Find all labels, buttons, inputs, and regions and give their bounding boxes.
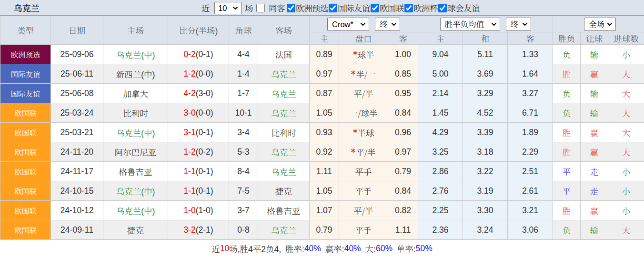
eu-stage-select[interactable]: 终	[506, 19, 531, 30]
period-select[interactable]: 全场	[584, 19, 615, 30]
ah-home-odds: 0.79	[310, 220, 339, 240]
bookmaker-select-wrap: Crow*	[327, 18, 369, 31]
away-team[interactable]: 乌克兰	[258, 84, 310, 103]
subcol-eu-away: 客	[508, 32, 553, 45]
match-score: 4-2(3-0)	[168, 84, 229, 103]
eu-home-odds: 2.14	[418, 84, 463, 103]
match-score: 1-2(0-0)	[168, 64, 229, 84]
home-team[interactable]: 新西兰(中)	[103, 64, 168, 84]
result-outcome: 胜	[553, 201, 581, 220]
competition-checkbox[interactable]	[371, 4, 379, 12]
competition-checkbox[interactable]	[287, 4, 295, 12]
ah-away-odds: 0.84	[388, 103, 418, 123]
same-venue-checkbox[interactable]	[256, 4, 265, 12]
match-row: 欧国联 24-10-15 乌克兰(中) 1-1(0-1) 7-5 捷克 1.05…	[0, 181, 644, 201]
halftime-score: (0-1)	[196, 128, 213, 137]
result-goals: 小	[608, 45, 644, 64]
home-team[interactable]: 格鲁吉亚	[103, 162, 168, 181]
ah-section-header: Crow* 终	[310, 16, 418, 32]
ah-away-odds: 1.00	[388, 45, 418, 64]
bookmaker-select[interactable]: Crow*	[328, 19, 369, 30]
eu-home-odds: 2.76	[418, 181, 463, 201]
eu-draw-odds: 3.30	[463, 201, 508, 220]
competition-badge: 欧国联	[0, 162, 51, 181]
corner-count: 3-7	[229, 201, 258, 220]
match-date: 25-06-11	[51, 64, 103, 84]
competition-checkbox[interactable]	[329, 4, 337, 12]
result-outcome: 平	[553, 181, 581, 201]
home-team[interactable]: 加拿大	[103, 84, 168, 103]
ah-home-odds: 1.05	[310, 181, 339, 201]
competition-checkbox[interactable]	[404, 4, 413, 12]
match-row: 欧国联 25-03-24 比利时 3-0(0-0) 10-1 乌克兰 1.05 …	[0, 103, 644, 123]
away-team[interactable]: 乌克兰	[258, 220, 310, 240]
home-team[interactable]: 乌克兰(中)	[103, 123, 168, 142]
away-team[interactable]: 格鲁吉亚	[258, 201, 310, 220]
halftime-score: (0-0)	[196, 108, 213, 118]
result-goals: 大	[608, 103, 644, 123]
away-team[interactable]: 乌克兰	[258, 64, 310, 84]
home-team[interactable]: 比利时	[103, 103, 168, 123]
corner-count: 1-4	[229, 64, 258, 84]
match-score: 1-0(1-0)	[168, 201, 229, 220]
subcol-eu-draw: 和	[463, 32, 508, 45]
halftime-score: (1-0)	[196, 206, 213, 215]
home-team[interactable]: 乌克兰(中)	[103, 45, 168, 64]
europe-select-wrap: 胜平负均值	[440, 18, 500, 31]
ah-line: 球半	[339, 45, 388, 64]
eu-away-odds: 2.61	[508, 181, 553, 201]
recent-count-select-wrap: 10	[214, 2, 242, 14]
competition-badge: 欧洲预选	[0, 45, 51, 64]
eu-draw-odds: 3.19	[463, 181, 508, 201]
match-date: 24-09-11	[51, 220, 103, 240]
away-team[interactable]: 捷克	[258, 181, 310, 201]
col-header-score: 比分(半场)	[168, 16, 229, 45]
col-header-date: 日期	[51, 16, 103, 45]
eu-home-odds: 3.25	[418, 142, 463, 162]
result-handicap: 走	[581, 162, 608, 181]
home-team[interactable]: 阿尔巴尼亚	[103, 142, 168, 162]
competition-checkbox[interactable]	[438, 4, 447, 12]
summary-segment: 近	[211, 243, 220, 255]
eu-stage-select-wrap: 终	[506, 18, 531, 31]
ah-stage-select[interactable]: 终	[375, 19, 400, 30]
halftime-score: (0-1)	[196, 49, 213, 59]
eu-draw-odds: 4.52	[463, 103, 508, 123]
col-header-corner: 角球	[229, 16, 258, 45]
competition-badge: 国际友谊	[0, 84, 51, 103]
result-handicap: 输	[581, 220, 608, 240]
eu-home-odds: 2.25	[418, 201, 463, 220]
home-team[interactable]: 乌克兰(中)	[103, 181, 168, 201]
competition-checkbox-label: 欧国联	[380, 2, 404, 14]
match-row: 欧国联 25-03-21 乌克兰(中) 3-1(0-1) 3-4 比利时 0.9…	[0, 123, 644, 142]
recent-count-select[interactable]: 10	[215, 2, 241, 14]
ah-line-text: 半球	[358, 127, 374, 138]
result-goals: 大	[608, 142, 644, 162]
match-row: 欧国联 24-11-17 格鲁吉亚 1-1(0-1) 8-4 乌克兰 1.11 …	[0, 162, 644, 181]
col-header-type: 类型	[0, 16, 51, 45]
competition-checkbox-label: 国际友谊	[338, 2, 370, 14]
result-goals: 大	[608, 220, 644, 240]
away-team[interactable]: 乌克兰	[258, 142, 310, 162]
europe-select[interactable]: 胜平负均值	[441, 19, 500, 30]
summary-segment: 场,胜4平2负4, 胜率:	[229, 243, 304, 255]
ah-home-odds: 0.89	[310, 45, 339, 64]
summary-footer: 近10场,胜4平2负4, 胜率:40% 赢率:40% 大:60% 单率:50%	[0, 240, 644, 256]
eu-away-odds: 1.33	[508, 45, 553, 64]
result-handicap: 赢	[581, 142, 608, 162]
home-team[interactable]: 乌克兰(中)	[103, 201, 168, 220]
away-team[interactable]: 乌克兰	[258, 103, 310, 123]
star-mark-icon	[351, 148, 355, 153]
filter-bar: 乌克兰 近 10 场 同客 欧洲预选国际友谊欧国联欧洲杯球会友谊	[0, 0, 644, 16]
competition-filters: 欧洲预选国际友谊欧国联欧洲杯球会友谊	[286, 2, 480, 14]
home-team[interactable]: 捷克	[103, 220, 168, 240]
ah-line: 半/一	[339, 64, 388, 84]
ah-line-text: 平手	[355, 224, 372, 236]
away-team[interactable]: 比利时	[258, 123, 310, 142]
away-team[interactable]: 法国	[258, 45, 310, 64]
away-team[interactable]: 乌克兰	[258, 162, 310, 181]
match-date: 25-06-08	[51, 84, 103, 103]
match-row: 国际友谊 25-06-08 加拿大 4-2(3-0) 1-7 乌克兰 0.87 …	[0, 84, 644, 103]
eu-home-odds: 9.04	[418, 45, 463, 64]
match-date: 24-11-17	[51, 162, 103, 181]
